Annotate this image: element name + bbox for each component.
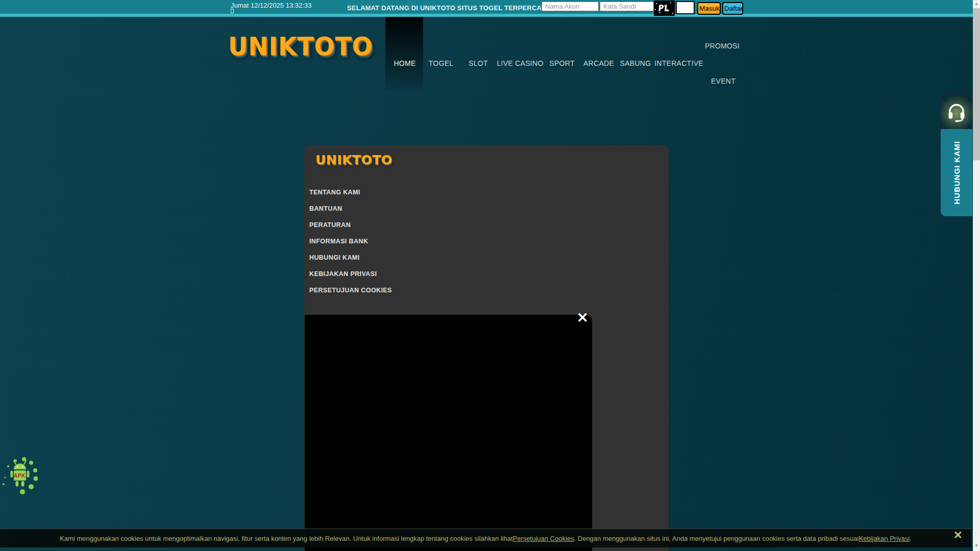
- headset-icon: [941, 94, 972, 129]
- missing-glyph-icon: [231, 9, 234, 13]
- site-logo[interactable]: UNIKTOTO: [228, 32, 373, 61]
- contact-tab-label-box: HUBUNGI KAMI: [941, 129, 972, 216]
- cookie-consent-bar: Kami menggunakan cookies untuk mengoptim…: [0, 529, 971, 547]
- welcome-marquee: SELAMAT DATANG DI UNIKTOTO SITUS TOGEL T…: [347, 4, 541, 12]
- scroll-down-icon[interactable]: ▼: [973, 543, 980, 549]
- apk-download-widget[interactable]: APK: [2, 456, 38, 495]
- username-input[interactable]: [542, 2, 599, 11]
- video-close-icon[interactable]: ✕: [577, 311, 589, 325]
- contact-side-tab[interactable]: HUBUNGI KAMI: [941, 94, 972, 216]
- link-persetujuan-cookies[interactable]: PERSETUJUAN COOKIES: [309, 282, 392, 298]
- modal-link-list: TENTANG KAMI BANTUAN PERATURAN INFORMASI…: [309, 184, 392, 298]
- nav-arcade[interactable]: ARCADE: [583, 59, 614, 67]
- nav-active-highlight: [385, 17, 423, 90]
- cookie-text-middle: . Dengan menggunakan situs ini, Anda men…: [574, 535, 859, 542]
- nav-promosi[interactable]: PROMOSI: [705, 42, 740, 50]
- cookie-close-icon[interactable]: ✕: [953, 530, 963, 540]
- privacy-policy-link[interactable]: Kebijakan Privasi: [859, 535, 910, 542]
- link-kebijakan-privasi[interactable]: KEBIJAKAN PRIVASI: [309, 266, 392, 282]
- login-button[interactable]: Masuk: [697, 2, 721, 15]
- nav-sabung[interactable]: SABUNG: [620, 59, 651, 67]
- nav-interactive[interactable]: INTERACTIVE: [654, 59, 703, 67]
- nav-sport[interactable]: SPORT: [549, 59, 574, 67]
- cookie-text-after: .: [910, 535, 912, 542]
- nav-home[interactable]: HOME: [394, 59, 415, 67]
- cookie-consent-link[interactable]: Persetujuan Cookies: [513, 535, 574, 542]
- top-bar-accent-line: [0, 14, 980, 17]
- captcha-input[interactable]: [676, 1, 695, 14]
- nav-togel[interactable]: TOGEL: [429, 59, 454, 67]
- scroll-up-icon[interactable]: ▲: [973, 1, 980, 7]
- scrollbar-thumb[interactable]: [973, 8, 980, 160]
- video-placeholder: [305, 315, 592, 551]
- nav-live-casino[interactable]: LIVE CASINO: [497, 59, 543, 67]
- contact-tab-label: HUBUNGI KAMI: [952, 141, 961, 205]
- nav-event[interactable]: EVENT: [711, 77, 736, 85]
- modal-logo: UNIKTOTO: [315, 153, 393, 167]
- captcha-image: PL: [654, 1, 675, 16]
- captcha-text: PL: [658, 3, 671, 13]
- link-peraturan[interactable]: PERATURAN: [309, 217, 392, 233]
- register-button[interactable]: Daftar: [722, 2, 743, 15]
- apk-label: APK: [14, 473, 26, 479]
- cookie-text-before: Kami menggunakan cookies untuk mengoptim…: [60, 535, 512, 542]
- nav-slot[interactable]: SLOT: [469, 59, 488, 67]
- link-informasi-bank[interactable]: INFORMASI BANK: [309, 233, 392, 249]
- link-bantuan[interactable]: BANTUAN: [309, 201, 392, 217]
- datetime-text: Jumat 12/12/2025 13:32:33: [231, 2, 311, 9]
- link-hubungi-kami[interactable]: HUBUNGI KAMI: [309, 249, 392, 266]
- password-input[interactable]: [600, 2, 654, 11]
- link-tentang-kami[interactable]: TENTANG KAMI: [309, 184, 392, 201]
